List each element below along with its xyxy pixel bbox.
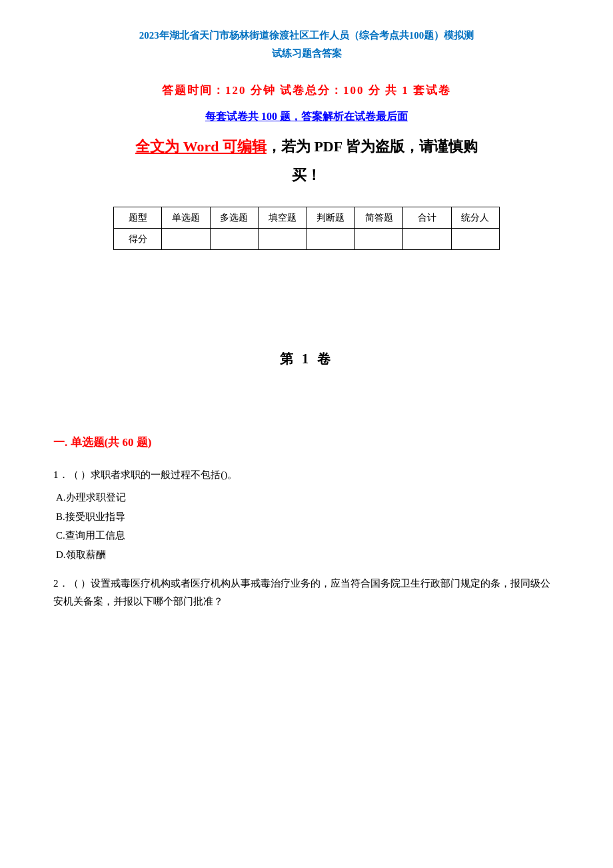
q1-text: 求职者求职的一般过程不包括()。 bbox=[91, 469, 237, 480]
table-score-row: 得分 bbox=[114, 229, 500, 250]
score-judge bbox=[306, 229, 354, 250]
q2-number: 2． bbox=[53, 578, 69, 589]
col-header-single: 单选题 bbox=[162, 207, 210, 229]
q2-bracket: （ ） bbox=[69, 578, 91, 589]
question-1: 1．（ ）求职者求职的一般过程不包括()。 A.办理求职登记 B.接受职业指导 … bbox=[53, 466, 560, 564]
q1-option-c: C.查询用工信息 bbox=[56, 526, 560, 545]
notice-line: 每套试卷共 100 题，答案解析在试卷最后面 bbox=[53, 110, 560, 124]
warning-section: 全文为 Word 可编辑，若为 PDF 皆为盗版，请谨慎购 买！ bbox=[53, 135, 560, 187]
row-label-score: 得分 bbox=[114, 229, 162, 250]
q1-option-d: D.领取薪酬 bbox=[56, 545, 560, 565]
col-header-short: 简答题 bbox=[354, 207, 402, 229]
score-scorer bbox=[451, 229, 499, 250]
warning-red-text: 全文为 Word 可编辑 bbox=[135, 138, 267, 155]
score-single bbox=[162, 229, 210, 250]
warning-black2-text: 买！ bbox=[292, 167, 321, 183]
question-2: 2．（ ）设置戒毒医疗机构或者医疗机构从事戒毒治疗业务的，应当符合国务院卫生行政… bbox=[53, 575, 560, 611]
score-fill bbox=[259, 229, 306, 250]
score-multi bbox=[210, 229, 258, 250]
score-table-section: 题型 单选题 多选题 填空题 判断题 简答题 合计 统分人 得分 bbox=[113, 207, 500, 250]
col-header-scorer: 统分人 bbox=[451, 207, 499, 229]
score-total bbox=[403, 229, 451, 250]
warning-black-text: ，若为 PDF 皆为盗版，请谨慎购 bbox=[267, 138, 478, 155]
col-header-multi: 多选题 bbox=[210, 207, 258, 229]
exam-info: 答题时间：120 分钟 试卷总分：100 分 共 1 套试卷 bbox=[53, 83, 560, 98]
table-header-row: 题型 单选题 多选题 填空题 判断题 简答题 合计 统分人 bbox=[114, 207, 500, 229]
q1-option-b: B.接受职业指导 bbox=[56, 507, 560, 527]
q1-option-a: A.办理求职登记 bbox=[56, 488, 560, 507]
q1-number: 1． bbox=[53, 469, 69, 480]
page-title: 2023年湖北省天门市杨林街道徐渡社区工作人员（综合考点共100题）模拟测 试练… bbox=[53, 27, 560, 63]
score-short bbox=[354, 229, 402, 250]
vol-title: 第 1 卷 bbox=[53, 350, 560, 368]
col-header-total: 合计 bbox=[403, 207, 451, 229]
col-header-type: 题型 bbox=[114, 207, 162, 229]
q2-text: 设置戒毒医疗机构或者医疗机构从事戒毒治疗业务的，应当符合国务院卫生行政部门规定的… bbox=[53, 578, 550, 607]
q1-options: A.办理求职登记 B.接受职业指导 C.查询用工信息 D.领取薪酬 bbox=[56, 488, 560, 564]
score-table: 题型 单选题 多选题 填空题 判断题 简答题 合计 统分人 得分 bbox=[113, 207, 500, 250]
col-header-judge: 判断题 bbox=[306, 207, 354, 229]
section-title: 一. 单选题(共 60 题) bbox=[53, 435, 560, 450]
col-header-fill: 填空题 bbox=[259, 207, 306, 229]
q1-bracket: （ ） bbox=[69, 469, 91, 480]
